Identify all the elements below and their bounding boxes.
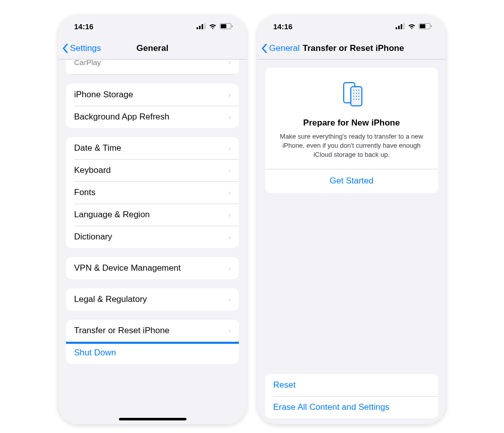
- wifi-icon: [209, 23, 217, 29]
- chevron-left-icon: [62, 43, 68, 53]
- chevron-right-icon: ›: [228, 233, 231, 241]
- content-right: Prepare for New iPhone Make sure everyth…: [257, 59, 446, 424]
- home-indicator: [119, 418, 186, 420]
- prepare-title: Prepare for New iPhone: [273, 118, 430, 128]
- svg-rect-3: [204, 23, 206, 29]
- svg-rect-13: [431, 25, 432, 27]
- row-label: Fonts: [74, 188, 96, 198]
- nav-title: Transfer or Reset iPhone: [302, 43, 404, 53]
- status-time: 14:16: [74, 22, 93, 31]
- phone-left: 14:16 Settings General CarPlay › iPhone …: [58, 15, 247, 424]
- row-transfer-reset[interactable]: Transfer or Reset iPhone ›: [66, 320, 239, 342]
- row-label: Background App Refresh: [74, 112, 169, 122]
- group-vpn: VPN & Device Management ›: [66, 257, 239, 279]
- chevron-right-icon: ›: [228, 91, 231, 99]
- chevron-right-icon: ›: [228, 144, 231, 152]
- row-label: Keyboard: [74, 165, 111, 175]
- svg-rect-5: [221, 24, 226, 28]
- svg-rect-0: [197, 27, 198, 29]
- svg-rect-2: [202, 24, 203, 29]
- svg-point-19: [353, 93, 354, 94]
- row-label: iPhone Storage: [74, 90, 133, 100]
- svg-point-23: [356, 96, 357, 97]
- row-fonts[interactable]: Fonts ›: [66, 181, 239, 204]
- svg-rect-12: [420, 24, 425, 28]
- row-date-time[interactable]: Date & Time ›: [66, 137, 239, 159]
- chevron-right-icon: ›: [228, 327, 231, 335]
- row-erase-all[interactable]: Erase All Content and Settings: [265, 396, 438, 418]
- nav-bar: General Transfer or Reset iPhone: [257, 37, 446, 59]
- row-label: Legal & Regulatory: [74, 294, 147, 304]
- chevron-right-icon: ›: [228, 166, 231, 174]
- chevron-right-icon: ›: [228, 189, 231, 197]
- chevron-right-icon: ›: [228, 59, 231, 66]
- group-datetime: Date & Time › Keyboard › Fonts › Languag…: [66, 137, 239, 248]
- row-label: VPN & Device Management: [74, 263, 181, 273]
- status-bar: 14:16: [58, 15, 247, 37]
- svg-point-27: [358, 99, 359, 100]
- back-label: Settings: [70, 43, 101, 53]
- group-legal: Legal & Regulatory ›: [66, 288, 239, 311]
- get-started-button[interactable]: Get Started: [273, 169, 430, 193]
- status-icons: [396, 23, 432, 29]
- row-label: Reset: [273, 380, 295, 390]
- svg-rect-9: [401, 24, 402, 29]
- battery-icon: [419, 23, 432, 29]
- row-language-region[interactable]: Language & Region ›: [66, 204, 239, 226]
- row-label: Transfer or Reset iPhone: [74, 326, 169, 336]
- svg-point-20: [356, 93, 357, 94]
- row-label: Date & Time: [74, 143, 121, 153]
- svg-point-25: [353, 99, 354, 100]
- nav-bar: Settings General: [58, 37, 247, 59]
- status-bar: 14:16: [257, 15, 446, 37]
- svg-rect-8: [398, 26, 400, 29]
- group-transfer: Transfer or Reset iPhone › Shut Down: [66, 320, 239, 364]
- svg-rect-6: [232, 25, 233, 27]
- cellular-icon: [197, 23, 206, 29]
- row-iphone-storage[interactable]: iPhone Storage ›: [66, 84, 239, 106]
- status-time: 14:16: [273, 22, 292, 31]
- back-label: General: [269, 43, 299, 53]
- row-keyboard[interactable]: Keyboard ›: [66, 159, 239, 181]
- prepare-description: Make sure everything's ready to transfer…: [273, 132, 430, 160]
- row-legal-regulatory[interactable]: Legal & Regulatory ›: [66, 288, 239, 311]
- row-background-app-refresh[interactable]: Background App Refresh ›: [66, 106, 239, 128]
- back-button[interactable]: General: [261, 43, 299, 53]
- wifi-icon: [408, 23, 416, 29]
- row-dictionary[interactable]: Dictionary ›: [66, 226, 239, 248]
- svg-rect-10: [403, 23, 405, 29]
- chevron-right-icon: ›: [228, 211, 231, 219]
- row-vpn-device-management[interactable]: VPN & Device Management ›: [66, 257, 239, 279]
- phone-right: 14:16 General Transfer or Reset iPhone: [257, 15, 446, 424]
- svg-point-22: [353, 96, 354, 97]
- chevron-right-icon: ›: [228, 113, 231, 121]
- group-reset-options: Reset Erase All Content and Settings: [265, 374, 438, 418]
- content-left: CarPlay › iPhone Storage › Background Ap…: [58, 59, 247, 424]
- svg-point-17: [356, 90, 357, 91]
- nav-title: General: [137, 43, 168, 53]
- chevron-right-icon: ›: [228, 295, 231, 303]
- cellular-icon: [396, 23, 405, 29]
- battery-icon: [220, 23, 233, 29]
- row-carplay[interactable]: CarPlay ›: [66, 59, 239, 75]
- row-label: CarPlay: [74, 59, 101, 67]
- svg-point-18: [358, 90, 359, 91]
- group-storage: iPhone Storage › Background App Refresh …: [66, 84, 239, 128]
- svg-point-24: [358, 96, 359, 97]
- prepare-card: Prepare for New iPhone Make sure everyth…: [265, 68, 438, 193]
- group-partial: CarPlay ›: [66, 59, 239, 75]
- svg-point-26: [356, 99, 357, 100]
- svg-rect-7: [396, 27, 397, 29]
- chevron-right-icon: ›: [228, 264, 231, 272]
- svg-point-16: [353, 90, 354, 91]
- svg-point-21: [358, 93, 359, 94]
- row-label: Language & Region: [74, 210, 150, 220]
- row-label: Erase All Content and Settings: [273, 402, 390, 412]
- row-shut-down[interactable]: Shut Down: [66, 342, 239, 364]
- chevron-left-icon: [261, 43, 267, 53]
- row-label: Shut Down: [74, 348, 116, 358]
- devices-icon: [338, 80, 366, 108]
- status-icons: [197, 23, 233, 29]
- row-reset[interactable]: Reset: [265, 374, 438, 396]
- back-button[interactable]: Settings: [62, 43, 101, 53]
